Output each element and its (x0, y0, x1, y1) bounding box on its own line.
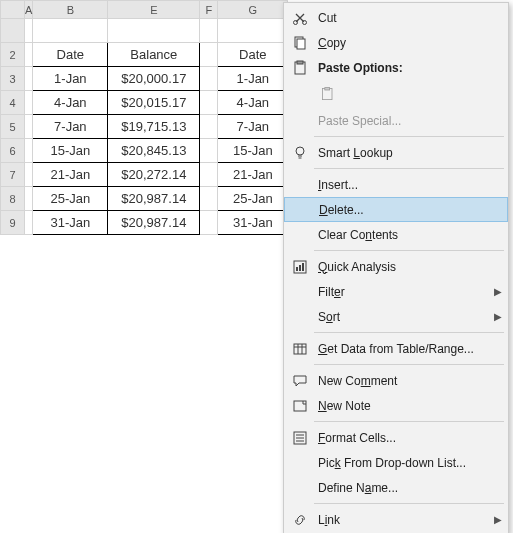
col-header-B[interactable]: B (33, 1, 108, 19)
cell-E8[interactable]: $20,987.14 (108, 187, 200, 211)
comment-icon (288, 371, 312, 391)
menu-sort[interactable]: Sort ▶ (284, 304, 508, 329)
cell-G7[interactable]: 21-Jan (218, 163, 288, 187)
quick-analysis-icon (288, 257, 312, 277)
svg-point-1 (303, 20, 307, 24)
row-header-4[interactable]: 4 (1, 91, 25, 115)
cell-E9[interactable]: $20,987.14 (108, 211, 200, 235)
menu-pick-dropdown[interactable]: Pick From Drop-down List... (284, 450, 508, 475)
cell-E7[interactable]: $20,272.14 (108, 163, 200, 187)
row-header-7[interactable]: 7 (1, 163, 25, 187)
menu-paste-special: Paste Special... (284, 108, 508, 133)
cell-G5[interactable]: 7-Jan (218, 115, 288, 139)
menu-separator (314, 136, 504, 137)
row-header-6[interactable]: 6 (1, 139, 25, 163)
menu-separator (314, 332, 504, 333)
row-header-8[interactable]: 8 (1, 187, 25, 211)
row-header-2[interactable]: 2 (1, 43, 25, 67)
menu-link[interactable]: Link ▶ (284, 507, 508, 532)
svg-rect-10 (296, 267, 298, 271)
cell-E6[interactable]: $20,845.13 (108, 139, 200, 163)
chevron-right-icon: ▶ (490, 311, 502, 322)
svg-rect-3 (297, 39, 305, 49)
menu-insert-label: Insert... (312, 178, 502, 192)
select-all-corner[interactable] (1, 1, 25, 19)
chevron-right-icon: ▶ (490, 286, 502, 297)
cell-G4[interactable]: 4-Jan (218, 91, 288, 115)
clipboard-icon (288, 58, 312, 78)
cell-B3[interactable]: 1-Jan (33, 67, 108, 91)
menu-separator (314, 421, 504, 422)
paste-icon (314, 80, 342, 108)
cell-G6[interactable]: 15-Jan (218, 139, 288, 163)
cell-B8[interactable]: 25-Jan (33, 187, 108, 211)
menu-quick-analysis[interactable]: Quick Analysis (284, 254, 508, 279)
menu-new-note[interactable]: New Note (284, 393, 508, 418)
menu-separator (314, 503, 504, 504)
svg-point-0 (294, 20, 298, 24)
copy-icon (288, 33, 312, 53)
menu-format-cells-label: Format Cells... (312, 431, 502, 445)
svg-rect-5 (297, 61, 303, 64)
cell-B5[interactable]: 7-Jan (33, 115, 108, 139)
cell-G9[interactable]: 31-Jan (218, 211, 288, 235)
menu-cut[interactable]: Cut (284, 5, 508, 30)
table-icon (288, 339, 312, 359)
format-cells-icon (288, 428, 312, 448)
svg-rect-13 (294, 344, 306, 354)
chevron-right-icon: ▶ (490, 514, 502, 525)
cell-B6[interactable]: 15-Jan (33, 139, 108, 163)
menu-get-data[interactable]: Get Data from Table/Range... (284, 336, 508, 361)
menu-separator (314, 168, 504, 169)
menu-get-data-label: Get Data from Table/Range... (312, 342, 502, 356)
menu-smart-lookup[interactable]: Smart Lookup (284, 140, 508, 165)
cell-B4[interactable]: 4-Jan (33, 91, 108, 115)
cell-G8[interactable]: 25-Jan (218, 187, 288, 211)
menu-separator (314, 250, 504, 251)
menu-insert[interactable]: Insert... (284, 172, 508, 197)
scissors-icon (288, 8, 312, 28)
menu-new-comment[interactable]: New Comment (284, 368, 508, 393)
menu-cut-label: Cut (312, 11, 502, 25)
menu-copy[interactable]: Copy (284, 30, 508, 55)
menu-paste-options-label: Paste Options: (312, 61, 502, 75)
cell-B9[interactable]: 31-Jan (33, 211, 108, 235)
note-icon (288, 396, 312, 416)
menu-copy-label: Copy (312, 36, 502, 50)
svg-rect-11 (299, 265, 301, 271)
cell-G2[interactable]: Date (218, 43, 288, 67)
col-header-F[interactable]: F (200, 1, 218, 19)
menu-delete[interactable]: Delete... (284, 197, 508, 222)
col-header-E[interactable]: E (108, 1, 200, 19)
svg-point-8 (296, 147, 304, 155)
row-header-3[interactable]: 3 (1, 67, 25, 91)
menu-clear-contents[interactable]: Clear Contents (284, 222, 508, 247)
menu-define-name-label: Define Name... (312, 481, 502, 495)
menu-define-name[interactable]: Define Name... (284, 475, 508, 500)
menu-paste-special-label: Paste Special... (312, 114, 502, 128)
spreadsheet-grid[interactable]: A B E F G 2 Date Balance Date 31-Jan$20,… (0, 0, 288, 235)
svg-rect-14 (294, 401, 306, 411)
menu-pick-dropdown-label: Pick From Drop-down List... (312, 456, 502, 470)
cell-B7[interactable]: 21-Jan (33, 163, 108, 187)
menu-smart-lookup-label: Smart Lookup (312, 146, 502, 160)
link-icon (288, 510, 312, 530)
cell-E5[interactable]: $19,715.13 (108, 115, 200, 139)
col-header-G[interactable]: G (218, 1, 288, 19)
context-menu: Cut Copy Paste Options: Paste Special...… (283, 2, 509, 533)
col-header-A[interactable]: A (25, 1, 33, 19)
menu-sort-label: Sort (312, 310, 490, 324)
paste-option-default[interactable] (314, 80, 508, 108)
cell-E4[interactable]: $20,015.17 (108, 91, 200, 115)
menu-new-comment-label: New Comment (312, 374, 502, 388)
menu-filter[interactable]: Filter ▶ (284, 279, 508, 304)
cell-E3[interactable]: $20,000.17 (108, 67, 200, 91)
cell-E2[interactable]: Balance (108, 43, 200, 67)
cell-G3[interactable]: 1-Jan (218, 67, 288, 91)
row-header-9[interactable]: 9 (1, 211, 25, 235)
svg-rect-12 (302, 263, 304, 271)
cell-B2[interactable]: Date (33, 43, 108, 67)
menu-format-cells[interactable]: Format Cells... (284, 425, 508, 450)
menu-quick-analysis-label: Quick Analysis (312, 260, 502, 274)
row-header-5[interactable]: 5 (1, 115, 25, 139)
